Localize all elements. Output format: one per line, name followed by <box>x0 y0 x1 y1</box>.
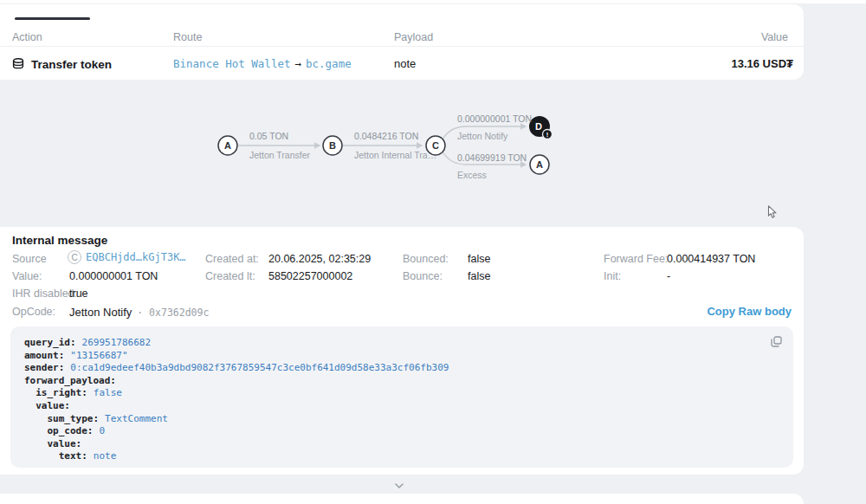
column-header-payload: Payload <box>394 31 433 43</box>
route-cell: Binance Hot Wallet→bc.game <box>173 57 352 70</box>
edge-amount: 0.04699919 TON <box>457 152 527 163</box>
forward-fee-label: Forward Fee: <box>604 253 668 265</box>
edge-amount: 0.05 TON <box>249 131 288 141</box>
svg-text:A: A <box>536 159 543 170</box>
created-at-label: Created at: <box>205 253 259 265</box>
created-lt-label: Created lt: <box>205 270 255 282</box>
database-icon <box>12 58 24 71</box>
init-value: - <box>667 270 670 282</box>
edge-label: Excess <box>457 170 487 180</box>
diagram-node-a1[interactable]: A <box>218 136 237 155</box>
header-divider <box>0 46 804 47</box>
column-header-route: Route <box>173 31 202 43</box>
route-arrow: → <box>290 57 306 70</box>
opcode-hex: · 0x7362d09c <box>137 307 209 319</box>
code-line: forward_payload: <box>24 375 779 388</box>
column-header-action: Action <box>12 31 42 43</box>
code-line: value: <box>24 400 779 413</box>
edge-amount: 0.0484216 TON <box>354 131 418 141</box>
code-line: op_code:0 <box>24 425 779 438</box>
source-cell: C EQBCHjdd…kGjT3K… <box>68 250 186 264</box>
forward-fee-value: 0.000414937 TON <box>667 253 755 265</box>
decoded-body-code-block: query_id:269951786682 amount:"13156687" … <box>10 326 793 468</box>
code-line: sender:0:ca1d9edeef40b3a9dbd9082f3767859… <box>24 362 779 375</box>
edge-amount: 0.000000001 TON <box>457 113 532 124</box>
column-header-value: Value <box>761 31 788 43</box>
edge-label: Jetton Transfer <box>249 150 310 160</box>
transaction-trace-diagram: A B C D ! A 0.05 TON Jetton Transfer 0.0… <box>195 91 576 193</box>
route-to-link[interactable]: bc.game <box>306 57 352 70</box>
diagram-node-a2[interactable]: A <box>530 155 549 174</box>
ihr-disabled-value: true <box>69 288 88 300</box>
code-line: is_right:false <box>24 387 779 400</box>
opcode-name: Jetton Notify <box>69 306 132 319</box>
copy-icon[interactable] <box>771 336 782 352</box>
code-line: sum_type:TextComment <box>24 413 779 426</box>
svg-text:!: ! <box>546 131 549 139</box>
internal-message-card: Internal message Source C EQBCHjdd…kGjT3… <box>0 227 804 475</box>
payload-value: note <box>394 57 416 70</box>
source-address-link[interactable]: EQBCHjdd…kGjT3K… <box>86 251 186 263</box>
active-tab-indicator[interactable] <box>15 17 90 20</box>
code-line: query_id:269951786682 <box>24 337 779 350</box>
source-label: Source <box>12 253 47 265</box>
alert-badge-icon: ! <box>543 130 553 139</box>
panel-title: Internal message <box>12 234 107 247</box>
svg-text:D: D <box>535 121 542 132</box>
created-lt-value: 58502257000002 <box>268 270 352 282</box>
code-line: value: <box>24 438 779 451</box>
bounced-label: Bounced: <box>403 253 449 265</box>
next-message-card[interactable] <box>0 494 804 504</box>
table-row-action-cell: Transfer token <box>12 55 112 74</box>
transfer-value: 13.16 USD₮ <box>731 57 793 70</box>
created-at-value: 20.06.2025, 02:35:29 <box>268 253 371 265</box>
action-type-label: Transfer token <box>31 58 112 71</box>
contract-badge-icon: C <box>68 250 81 264</box>
value-label: Value: <box>12 270 42 282</box>
edge-label: Jetton Notify <box>457 131 507 141</box>
edge-label: Jetton Internal Tra… <box>354 150 436 160</box>
svg-text:B: B <box>329 140 336 151</box>
bounce-label: Bounce: <box>403 270 443 282</box>
diagram-node-b[interactable]: B <box>323 136 342 155</box>
actions-table-card: Action Route Payload Value Transfer toke… <box>0 3 804 80</box>
value-value: 0.000000001 TON <box>69 270 158 282</box>
opcode-cell: Jetton Notify · 0x7362d09c <box>69 306 209 319</box>
expand-collapse-button[interactable] <box>391 479 408 493</box>
bounced-value: false <box>468 253 490 265</box>
mouse-cursor <box>767 205 779 223</box>
bounce-value: false <box>468 270 490 282</box>
ihr-disabled-label: IHR disabled: <box>12 288 77 300</box>
opcode-label: OpCode: <box>12 306 55 318</box>
code-line: amount:"13156687" <box>24 350 779 363</box>
diagram-node-d-selected[interactable]: D ! <box>529 116 553 139</box>
copy-raw-body-button[interactable]: Copy Raw body <box>707 305 792 318</box>
code-line: text:note <box>24 450 779 463</box>
svg-text:A: A <box>224 140 231 151</box>
route-from-link[interactable]: Binance Hot Wallet <box>173 57 290 70</box>
init-label: Init: <box>604 270 621 282</box>
